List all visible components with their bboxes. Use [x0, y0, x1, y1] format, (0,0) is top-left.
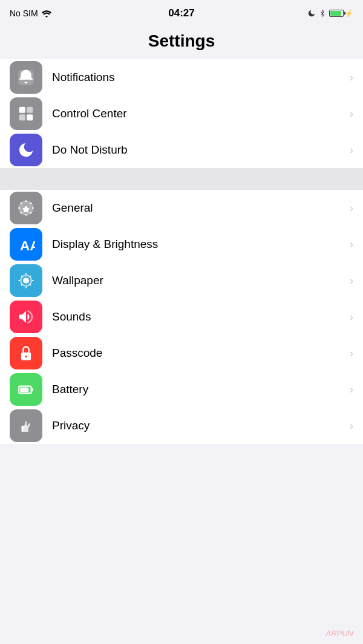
wallpaper-icon-bg: [10, 264, 42, 297]
svg-rect-2: [27, 107, 33, 113]
settings-item-display[interactable]: AA Display & Brightness ›: [0, 226, 363, 262]
status-right: ⚡: [307, 9, 353, 18]
do-not-disturb-icon: [17, 141, 35, 159]
general-icon: [17, 199, 35, 217]
status-bar: No SIM 04:27 ⚡: [0, 0, 363, 27]
sounds-icon: [17, 308, 35, 326]
wifi-icon: [42, 10, 51, 18]
display-chevron: ›: [350, 238, 353, 251]
sounds-label: Sounds: [52, 310, 350, 324]
passcode-label: Passcode: [52, 346, 350, 360]
passcode-chevron: ›: [350, 347, 353, 360]
notifications-chevron: ›: [350, 71, 353, 84]
status-left: No SIM: [10, 8, 51, 18]
privacy-icon-bg: [10, 409, 42, 442]
charging-icon: ⚡: [345, 10, 353, 18]
wallpaper-chevron: ›: [350, 275, 353, 287]
settings-item-control-center[interactable]: Control Center ›: [0, 96, 363, 132]
watermark: ARPUN: [325, 629, 353, 638]
battery-icon-bg: [10, 373, 42, 406]
privacy-chevron: ›: [350, 420, 353, 432]
do-not-disturb-chevron: ›: [350, 144, 353, 157]
battery-label: Battery: [52, 383, 350, 396]
control-center-icon: [17, 105, 35, 123]
battery-chevron: ›: [350, 383, 353, 396]
status-time: 04:27: [168, 7, 194, 19]
settings-section-2: General › AA Display & Brightness › Wall…: [0, 190, 363, 444]
carrier-label: No SIM: [10, 8, 38, 18]
settings-item-battery[interactable]: Battery ›: [0, 371, 363, 408]
settings-section-1: Notifications › Control Center › Do Not …: [0, 59, 363, 168]
svg-point-5: [25, 207, 28, 210]
settings-item-do-not-disturb[interactable]: Do Not Disturb ›: [0, 132, 363, 168]
notifications-icon-bg: [10, 61, 42, 94]
page-title: Settings: [0, 31, 363, 51]
battery-status: ⚡: [329, 10, 353, 18]
display-label: Display & Brightness: [52, 238, 350, 251]
notifications-icon: [17, 68, 35, 86]
battery-icon: [329, 10, 344, 17]
display-icon: AA: [17, 235, 35, 253]
notifications-label: Notifications: [52, 71, 350, 84]
passcode-icon-bg: [10, 337, 42, 369]
battery-setting-icon: [17, 380, 35, 398]
control-center-label: Control Center: [52, 107, 350, 120]
settings-item-general[interactable]: General ›: [0, 190, 363, 226]
control-center-chevron: ›: [350, 108, 353, 120]
section-divider-1: [0, 168, 363, 190]
sounds-icon-bg: [10, 301, 42, 333]
general-icon-bg: [10, 192, 42, 224]
battery-fill: [330, 11, 341, 16]
wallpaper-icon: [17, 272, 35, 290]
svg-rect-1: [19, 107, 25, 113]
bluetooth-icon: [319, 9, 326, 18]
svg-rect-13: [20, 388, 28, 392]
moon-icon: [307, 9, 316, 18]
wallpaper-label: Wallpaper: [52, 274, 350, 287]
general-label: General: [52, 201, 350, 215]
settings-item-sounds[interactable]: Sounds ›: [0, 299, 363, 335]
svg-rect-4: [27, 114, 33, 120]
control-center-icon-bg: [10, 97, 42, 130]
privacy-label: Privacy: [52, 419, 350, 432]
svg-rect-3: [19, 114, 25, 120]
do-not-disturb-label: Do Not Disturb: [52, 143, 350, 157]
settings-item-notifications[interactable]: Notifications ›: [0, 59, 363, 96]
svg-point-10: [25, 356, 27, 358]
display-icon-bg: AA: [10, 228, 42, 261]
sounds-chevron: ›: [350, 311, 353, 324]
do-not-disturb-icon-bg: [10, 134, 42, 166]
page-title-container: Settings: [0, 27, 363, 59]
general-chevron: ›: [350, 202, 353, 215]
settings-item-wallpaper[interactable]: Wallpaper ›: [0, 262, 363, 299]
settings-item-passcode[interactable]: Passcode ›: [0, 335, 363, 371]
svg-rect-14: [22, 426, 24, 432]
settings-item-privacy[interactable]: Privacy ›: [0, 408, 363, 444]
svg-rect-12: [31, 388, 33, 391]
svg-point-8: [25, 279, 28, 282]
privacy-icon: [17, 417, 35, 435]
svg-text:AA: AA: [20, 238, 35, 253]
passcode-icon: [18, 345, 34, 362]
